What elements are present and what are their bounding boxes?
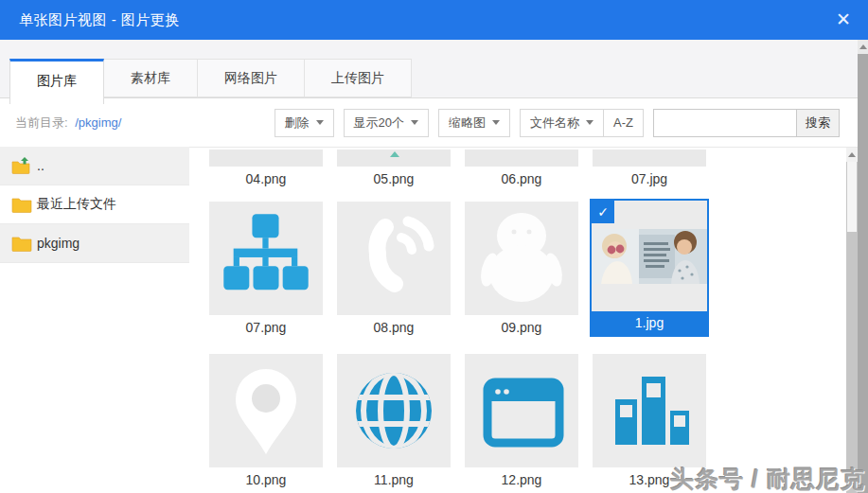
folder-up-icon bbox=[11, 157, 32, 174]
thumbnail-cutoff bbox=[465, 150, 578, 167]
grid-item-10png[interactable]: 10.png bbox=[209, 354, 323, 487]
close-icon[interactable]: ✕ bbox=[832, 9, 855, 31]
folder-icon bbox=[11, 196, 32, 213]
grid-row: 07.png 08.png bbox=[209, 202, 868, 337]
check-icon[interactable]: ✓ bbox=[592, 201, 614, 223]
sidebar-item-label: pkgimg bbox=[37, 236, 80, 251]
toolbar-controls: 删除 显示20个 缩略图 文件名称 A-Z bbox=[265, 109, 840, 137]
grid-item-05[interactable]: 05.png bbox=[337, 148, 451, 186]
phone-icon bbox=[342, 206, 446, 310]
sidebar-item-label: .. bbox=[37, 158, 44, 173]
sidebar-item-label: 最近上传文件 bbox=[37, 196, 116, 213]
view-mode-label: 缩略图 bbox=[449, 114, 486, 132]
grid-scrollbar[interactable] bbox=[845, 148, 858, 493]
dialog-titlebar: 单张图片视图 - 图片更换 bbox=[0, 0, 868, 40]
file-name: 11.png bbox=[337, 472, 451, 487]
thumbnail-grid: 04.png 05.png 06.png 07.jpg bbox=[189, 147, 868, 493]
grid-scrollbar-thumb[interactable] bbox=[847, 162, 857, 232]
file-name: 07.jpg bbox=[593, 171, 706, 186]
sort-order-label: A-Z bbox=[613, 115, 633, 130]
grid-item-07jpg[interactable]: 07.jpg bbox=[593, 148, 706, 186]
map-pin-icon bbox=[211, 356, 321, 466]
bar-chart-icon bbox=[600, 361, 699, 460]
selected-file-name: 1.jpg bbox=[592, 311, 707, 335]
chevron-up-icon[interactable] bbox=[846, 148, 858, 162]
tab-bar: 图片库 素材库 网络图片 上传图片 bbox=[0, 40, 868, 98]
tab-upload-images[interactable]: 上传图片 bbox=[304, 59, 412, 97]
browser-window-icon bbox=[470, 361, 573, 460]
search-button[interactable]: 搜索 bbox=[796, 109, 840, 137]
thumbnail-cutoff bbox=[593, 150, 706, 167]
sidebar-item-parent-dir[interactable]: .. bbox=[0, 147, 189, 185]
grid-item-08png[interactable]: 08.png bbox=[337, 202, 451, 337]
view-mode-dropdown-button[interactable]: 缩略图 bbox=[438, 109, 510, 137]
photo-thumbnail bbox=[592, 229, 707, 284]
search-input[interactable] bbox=[653, 109, 797, 137]
grid-item-1jpg-selected[interactable]: ✓ bbox=[590, 199, 709, 337]
sort-field-label: 文件名称 bbox=[530, 114, 579, 132]
page-scrollbar[interactable] bbox=[858, 40, 868, 493]
grid-item-06[interactable]: 06.png bbox=[465, 148, 578, 186]
tab-material-library[interactable]: 素材库 bbox=[103, 59, 198, 97]
delete-label: 删除 bbox=[285, 114, 310, 132]
tab-web-images[interactable]: 网络图片 bbox=[197, 59, 305, 97]
chevron-up-icon[interactable] bbox=[858, 40, 868, 54]
breadcrumb-label: 当前目录: bbox=[15, 115, 68, 130]
file-name: 04.png bbox=[209, 171, 323, 186]
image-picker-dialog: 单张图片视图 - 图片更换 ✕ 图片库 素材库 网络图片 上传图片 当前目录: … bbox=[0, 0, 868, 493]
file-name: 06.png bbox=[465, 171, 578, 186]
grid-item-12png[interactable]: 12.png bbox=[465, 354, 578, 487]
thumbnail-cutoff bbox=[337, 150, 451, 167]
grid-item-04[interactable]: 04.png bbox=[209, 148, 323, 186]
breadcrumb: 当前目录: /pkgimg/ bbox=[15, 114, 121, 132]
file-name: 09.png bbox=[465, 320, 578, 335]
folder-sidebar: .. 最近上传文件 pkgimg bbox=[0, 147, 189, 493]
chevron-down-icon bbox=[586, 120, 593, 125]
chevron-down-icon bbox=[411, 120, 418, 125]
chevron-down-icon bbox=[316, 120, 324, 125]
sidebar-item-pkgimg[interactable]: pkgimg bbox=[0, 224, 189, 263]
dialog-title: 单张图片视图 - 图片更换 bbox=[19, 11, 180, 29]
chevron-down-icon bbox=[492, 120, 500, 125]
tab-image-library[interactable]: 图片库 bbox=[9, 59, 104, 104]
content-area: .. 最近上传文件 pkgimg 04.png bbox=[0, 147, 868, 493]
folder-icon bbox=[11, 235, 32, 252]
grid-item-11png[interactable]: 11.png bbox=[337, 354, 451, 487]
qq-penguin-icon bbox=[467, 203, 576, 313]
delete-dropdown-button[interactable]: 删除 bbox=[275, 109, 334, 137]
file-name: 05.png bbox=[337, 171, 451, 186]
sort-order-button[interactable]: A-Z bbox=[603, 109, 644, 137]
show-count-label: 显示20个 bbox=[354, 114, 404, 132]
grid-item-07png[interactable]: 07.png bbox=[209, 202, 323, 337]
sort-button-group: 文件名称 A-Z bbox=[520, 109, 644, 137]
watermark-text: 头条号 / 耐思尼克 bbox=[670, 464, 865, 493]
show-count-dropdown-button[interactable]: 显示20个 bbox=[344, 109, 429, 137]
cutoff-icon-tip bbox=[390, 151, 399, 157]
sidebar-item-recent-uploads[interactable]: 最近上传文件 bbox=[0, 185, 189, 224]
breadcrumb-path[interactable]: /pkgimg/ bbox=[75, 115, 121, 130]
thumbnail-cutoff bbox=[209, 150, 323, 167]
toolbar: 当前目录: /pkgimg/ 删除 显示20个 缩略图 文件名称 bbox=[0, 98, 868, 147]
file-name: 10.png bbox=[209, 472, 323, 487]
file-name: 12.png bbox=[465, 472, 578, 487]
grid-item-09png[interactable]: 09.png bbox=[465, 202, 578, 337]
file-name: 07.png bbox=[209, 320, 323, 335]
org-chart-icon bbox=[217, 209, 315, 308]
globe-icon bbox=[345, 361, 443, 460]
search-box: 搜索 bbox=[653, 109, 840, 137]
grid-row-partial: 04.png 05.png 06.png 07.jpg bbox=[209, 148, 868, 186]
file-name: 08.png bbox=[337, 320, 451, 335]
sort-field-dropdown-button[interactable]: 文件名称 bbox=[520, 109, 604, 137]
